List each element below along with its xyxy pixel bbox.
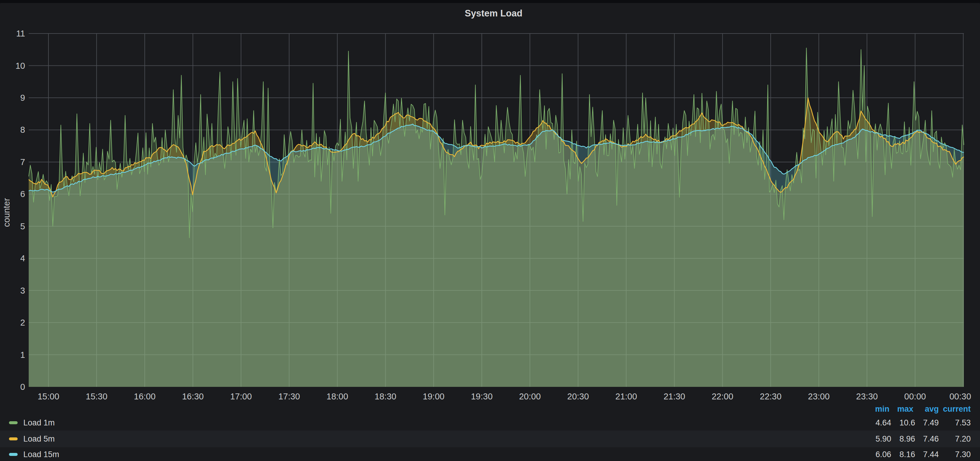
svg-text:1: 1 [20,350,25,360]
svg-text:18:00: 18:00 [326,392,348,401]
svg-text:19:30: 19:30 [471,392,493,401]
svg-text:23:00: 23:00 [808,392,830,401]
svg-text:4: 4 [20,254,25,263]
svg-text:8: 8 [20,125,25,135]
svg-text:counter: counter [2,198,11,227]
svg-text:20:00: 20:00 [519,392,541,401]
svg-text:21:00: 21:00 [615,392,637,401]
svg-text:20:30: 20:30 [567,392,589,401]
svg-text:10: 10 [16,61,25,70]
svg-text:19:00: 19:00 [423,392,445,401]
svg-text:3: 3 [20,286,25,296]
svg-text:9: 9 [20,93,25,103]
svg-text:15:30: 15:30 [86,392,108,401]
svg-text:5: 5 [20,221,25,231]
svg-text:16:00: 16:00 [134,392,156,401]
svg-text:2: 2 [20,318,25,327]
svg-text:17:00: 17:00 [230,392,252,401]
svg-text:16:30: 16:30 [182,392,204,401]
svg-text:11: 11 [16,29,25,38]
svg-text:7: 7 [20,157,25,167]
svg-text:22:00: 22:00 [711,392,733,401]
svg-text:21:30: 21:30 [663,392,685,401]
svg-text:0: 0 [20,382,25,392]
svg-text:6: 6 [20,189,25,199]
svg-text:15:00: 15:00 [38,392,59,401]
svg-text:18:30: 18:30 [375,392,396,401]
svg-text:22:30: 22:30 [760,392,782,401]
svg-text:00:00: 00:00 [904,392,926,401]
svg-text:00:30: 00:30 [950,392,971,401]
svg-text:23:30: 23:30 [856,392,878,401]
svg-text:17:30: 17:30 [278,392,300,401]
